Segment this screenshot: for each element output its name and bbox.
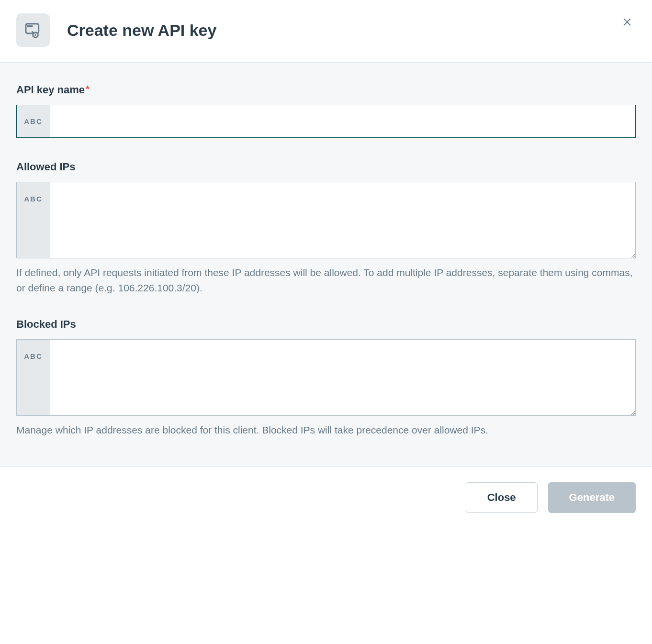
modal-footer: Close Generate <box>0 466 652 518</box>
modal-body: API key name* ABC Allowed IPs ABC If def… <box>0 62 652 466</box>
blocked-ips-group: Blocked IPs ABC Manage which IP addresse… <box>16 318 636 438</box>
api-key-name-group: API key name* ABC <box>16 84 636 138</box>
close-icon-button[interactable] <box>618 13 636 31</box>
close-button[interactable]: Close <box>466 482 538 513</box>
close-icon <box>622 17 632 27</box>
svg-point-3 <box>31 26 32 27</box>
allowed-ips-group: Allowed IPs ABC If defined, only API req… <box>16 161 636 295</box>
modal-title: Create new API key <box>67 21 216 40</box>
allowed-ips-help: If defined, only API requests initiated … <box>16 265 636 295</box>
api-key-name-label: API key name* <box>16 84 636 96</box>
blocked-ips-input-wrap: ABC <box>16 339 636 416</box>
blocked-ips-input[interactable] <box>50 340 635 415</box>
api-key-icon <box>16 13 50 47</box>
api-key-name-label-text: API key name <box>16 84 85 96</box>
allowed-ips-label: Allowed IPs <box>16 161 636 173</box>
blocked-ips-label: Blocked IPs <box>16 318 636 331</box>
blocked-ips-help: Manage which IP addresses are blocked fo… <box>16 422 636 438</box>
api-key-name-input[interactable] <box>50 105 635 137</box>
api-key-name-input-wrap: ABC <box>16 105 636 138</box>
svg-point-5 <box>34 34 36 36</box>
allowed-ips-input-wrap: ABC <box>16 182 636 258</box>
modal-header: Create new API key <box>0 0 652 62</box>
required-indicator: * <box>86 84 90 94</box>
svg-point-2 <box>30 26 31 27</box>
svg-point-1 <box>28 26 29 27</box>
text-type-icon: ABC <box>17 182 50 258</box>
generate-button[interactable]: Generate <box>548 482 636 513</box>
text-type-icon: ABC <box>17 340 50 415</box>
allowed-ips-input[interactable] <box>50 182 635 258</box>
text-type-icon: ABC <box>17 105 50 137</box>
